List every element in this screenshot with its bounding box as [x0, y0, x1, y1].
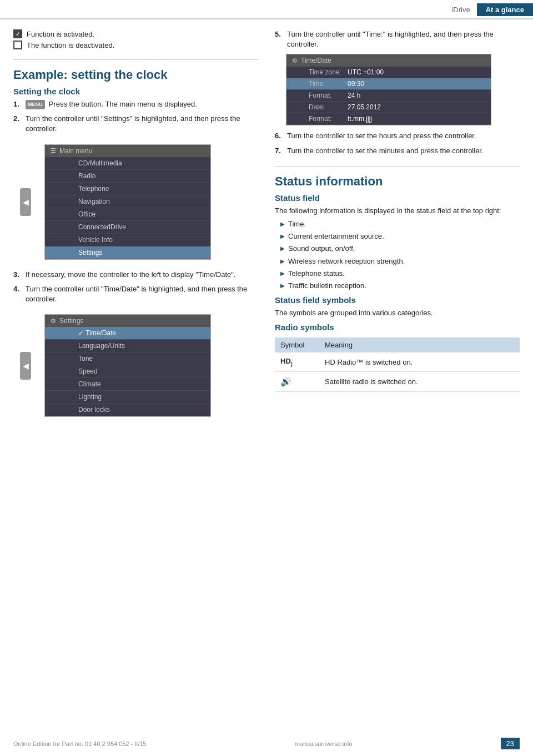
timedate-row-timezone: Time zone: UTC +01:00	[286, 67, 491, 78]
status-item-traffic: ▶ Traffic bulletin reception.	[280, 281, 520, 291]
menu-item-office: Office	[45, 208, 210, 221]
timedate-screenshot-wrap: ⚙ Time/Date Time zone: UTC +01:00 Time: …	[286, 54, 520, 125]
timedate-row-format2: Format: tt.mm.jjjj	[286, 113, 491, 125]
status-information-title: Status information	[275, 174, 520, 189]
settings-item-lighting: Lighting	[45, 391, 210, 404]
main-menu-items: CD/Multimedia Radio Telephone Navigation…	[45, 157, 210, 259]
settings-menu-screenshot-wrap: ◀ ⚙ Settings Time/Date Language/Units To…	[20, 309, 258, 422]
step-3: 3. If necessary, move the controller to …	[13, 270, 258, 280]
left-controller-2: ◀	[20, 352, 31, 380]
header-at-a-glance-label: At a glance	[477, 3, 533, 16]
controller-arrow-icon: ◀	[20, 188, 31, 216]
activated-text: Function is activated.	[27, 30, 94, 38]
radio-symbols-subtitle: Radio symbols	[275, 322, 520, 332]
triangle-bullet-2: ▶	[280, 233, 285, 240]
step-3-num: 3.	[13, 270, 22, 280]
table-row: HD) HD Radio™ is switched on.	[275, 352, 520, 371]
step-1-content: MENU Press the button. The main menu is …	[26, 99, 258, 109]
deactivated-bullet: The function is deactivated.	[13, 41, 258, 49]
status-field-symbols-description: The symbols are grouped into various cat…	[275, 308, 520, 318]
step-6-content: Turn the controller to set the hours and…	[287, 131, 520, 141]
time-value: 09:30	[348, 80, 364, 88]
status-field-subtitle: Status field	[275, 193, 520, 203]
controller-arrow-icon-2: ◀	[20, 352, 31, 380]
satellite-radio-symbol: 🔊	[280, 377, 291, 386]
status-item-telephone: ▶ Telephone status.	[280, 269, 520, 279]
step-1: 1. MENU Press the button. The main menu …	[13, 99, 258, 109]
right-column: 5. Turn the controller until "Time:" is …	[275, 29, 520, 427]
triangle-bullet-6: ▶	[280, 282, 285, 290]
settings-item-tone: Tone	[45, 352, 210, 365]
page-header: iDrive At a glance	[0, 0, 533, 19]
format2-value: tt.mm.jjjj	[348, 115, 372, 123]
status-item-entertainment: ▶ Current entertainment source.	[280, 231, 520, 241]
step-2-num: 2.	[13, 114, 22, 134]
status-field-symbols-subtitle: Status field symbols	[275, 295, 520, 305]
timedate-row-format1: Format: 24 h	[286, 90, 491, 102]
radio-symbols-table: Symbol Meaning HD) HD Radio™ is switched…	[275, 337, 520, 392]
status-item-wireless: ▶ Wireless network reception strength.	[280, 256, 520, 266]
step-5: 5. Turn the controller until "Time:" is …	[275, 29, 520, 49]
step-5-content: Turn the controller until "Time:" is hig…	[287, 29, 520, 49]
format1-value: 24 h	[348, 92, 360, 99]
left-controller-1: ◀	[20, 188, 31, 216]
hd-radio-symbol: HD)	[280, 357, 293, 365]
date-value: 27.05.2012	[348, 103, 381, 111]
step-7: 7. Turn the controller to set the minute…	[275, 146, 520, 156]
main-menu-header-label: Main menu	[59, 147, 92, 155]
step-1-num: 1.	[13, 99, 22, 109]
settings-menu-header-label: Settings	[59, 317, 83, 325]
timedate-header-icon: ⚙	[292, 57, 298, 64]
format1-label: Format:	[309, 92, 348, 99]
main-menu-screenshot: ☰ Main menu CD/Multimedia Radio Telephon…	[44, 144, 211, 260]
timedate-row-date: Date: 27.05.2012	[286, 102, 491, 113]
main-content: ✓ Function is activated. The function is…	[0, 19, 533, 437]
status-information-section: Status information Status field The foll…	[275, 174, 520, 392]
footer-watermark: manualsuniverse.info	[295, 740, 353, 747]
status-field-list: ▶ Time. ▶ Current entertainment source. …	[280, 219, 520, 291]
menu-item-telephone: Telephone	[45, 183, 210, 195]
table-header-row: Symbol Meaning	[275, 337, 520, 352]
step-6: 6. Turn the controller to set the hours …	[275, 131, 520, 141]
timedate-row-time: Time: 09:30	[286, 78, 491, 90]
main-menu-screenshot-wrap: ◀ ☰ Main menu CD/Multimedia Radio Teleph…	[20, 139, 258, 265]
deactivated-text: The function is deactivated.	[27, 41, 114, 49]
left-column: ✓ Function is activated. The function is…	[13, 29, 258, 427]
triangle-bullet-5: ▶	[280, 270, 285, 278]
format2-label: Format:	[309, 115, 348, 123]
status-item-sound: ▶ Sound output, on/off.	[280, 244, 520, 254]
date-label: Date:	[309, 103, 348, 111]
table-header-symbol: Symbol	[275, 337, 319, 352]
timedate-header: ⚙ Time/Date	[286, 54, 491, 67]
hd-symbol-cell: HD)	[275, 352, 319, 371]
settings-item-doorlocks: Door locks	[45, 404, 210, 416]
page-number: 23	[501, 738, 520, 749]
step-4: 4. Turn the controller until "Time/Date"…	[13, 284, 258, 304]
settings-item-climate: Climate	[45, 378, 210, 391]
settings-menu-header: ⚙ Settings	[45, 315, 210, 327]
timezone-label: Time zone:	[309, 68, 348, 76]
status-field-description: The following information is displayed i…	[275, 206, 520, 216]
activated-bullet: ✓ Function is activated.	[13, 29, 258, 38]
settings-item-speed: Speed	[45, 365, 210, 378]
check-icon: ✓	[13, 29, 22, 38]
step-6-num: 6.	[275, 131, 284, 141]
step-2-content: Turn the controller until "Settings" is …	[26, 114, 258, 134]
menu-item-vehicleinfo: Vehicle Info	[45, 234, 210, 246]
divider	[13, 59, 258, 60]
timezone-value: UTC +01:00	[348, 68, 384, 76]
divider-2	[275, 166, 520, 167]
example-section-title: Example: setting the clock	[13, 68, 258, 82]
satellite-meaning-cell: Satellite radio is switched on.	[319, 371, 520, 391]
menu-header-icon: ☰	[51, 147, 56, 154]
step-3-content: If necessary, move the controller to the…	[26, 270, 258, 280]
timedate-header-label: Time/Date	[301, 57, 331, 64]
satellite-symbol-cell: 🔊	[275, 371, 319, 391]
header-idrive-label: iDrive	[445, 3, 476, 16]
intro-bullets: ✓ Function is activated. The function is…	[13, 29, 258, 49]
menu-item-navigation: Navigation	[45, 195, 210, 208]
step-5-num: 5.	[275, 29, 284, 49]
step-4-num: 4.	[13, 284, 22, 304]
step-7-content: Turn the controller to set the minutes a…	[287, 146, 520, 156]
step-7-num: 7.	[275, 146, 284, 156]
